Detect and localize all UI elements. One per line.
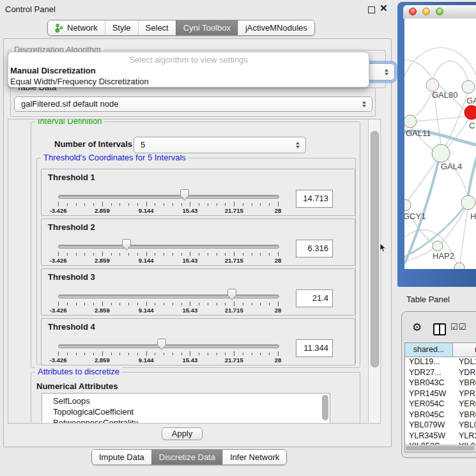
tab-style[interactable]: Style — [105, 20, 138, 35]
network-node[interactable] — [454, 263, 464, 269]
slider-tick — [181, 253, 182, 256]
split-view-icon[interactable] — [433, 323, 446, 335]
slider-thumb[interactable] — [157, 338, 167, 351]
table-cell: YER054C — [405, 399, 453, 410]
slider-track[interactable] — [58, 195, 279, 199]
slider-tick-label: 9.144 — [139, 207, 154, 214]
threshold-value-field[interactable]: 11.344 — [296, 339, 333, 357]
network-node-label: HAP2 — [433, 251, 454, 261]
threshold-label: Threshold 4 — [48, 322, 95, 332]
attribute-item[interactable]: BetweennessCentrality — [42, 417, 330, 424]
slider-tick — [234, 252, 234, 256]
table-row[interactable]: YER054CYER0 — [405, 399, 476, 410]
vertical-scrollbar-thumb[interactable] — [371, 131, 379, 367]
threshold-value-field[interactable]: 21.4 — [296, 289, 333, 307]
tab-infer-network[interactable]: Infer Network — [222, 450, 286, 464]
slider-tick — [269, 303, 270, 305]
slider-tick — [128, 203, 129, 206]
numerical-attributes-list[interactable]: SelfLoopsTopologicalCoefficientBetweenne… — [42, 393, 330, 424]
network-node-label: GCY1 — [404, 211, 426, 221]
slider-thumb[interactable] — [227, 288, 237, 301]
checkbox-icons[interactable]: ☑☑ — [450, 322, 466, 332]
network-edge — [460, 210, 468, 263]
slider-tick-label: 28 — [275, 357, 282, 364]
slider-tick — [225, 203, 226, 206]
table-row[interactable]: YBR045CYBR0 — [405, 410, 476, 420]
tab-cyni-toolbox[interactable]: Cyni Toolbox — [176, 20, 238, 35]
slider-tick — [111, 353, 112, 355]
slider-tick — [76, 203, 77, 206]
slider-tick-labels: -3.4262.8599.14415.4321.71528 — [42, 357, 355, 364]
slider-track[interactable] — [58, 295, 279, 298]
table-row[interactable]: YLR345WYLR3 — [405, 431, 476, 441]
network-node-gal80[interactable] — [426, 79, 439, 91]
table-row[interactable]: YBR043CYBR0 — [405, 378, 476, 388]
minimize-window-icon[interactable] — [422, 8, 430, 15]
float-window-icon[interactable] — [368, 6, 375, 13]
attribute-item[interactable]: TopologicalCoefficient — [42, 406, 330, 417]
network-node-h[interactable] — [461, 196, 475, 210]
slider-tick — [58, 351, 59, 356]
tab-jactivemnodules[interactable]: jActiveMNodules — [238, 20, 314, 35]
slider-tick — [119, 253, 120, 256]
table-column-header[interactable]: na — [453, 343, 476, 357]
slider-thumb[interactable] — [180, 188, 190, 201]
table-cell: YPR1 — [453, 388, 476, 399]
network-node-ga[interactable] — [462, 81, 475, 93]
algorithm-option[interactable]: Select algorithm to view settings — [8, 54, 369, 65]
close-window-icon[interactable] — [409, 8, 417, 15]
slider-tick — [164, 203, 164, 206]
slider-track[interactable] — [58, 245, 279, 249]
slider-tick — [164, 303, 164, 305]
network-node-c[interactable] — [464, 105, 476, 119]
number-of-intervals-label: Number of Intervals — [54, 139, 132, 149]
algorithm-option[interactable]: Manual Discretization — [8, 65, 369, 76]
attribute-item[interactable]: SelfLoops — [42, 395, 330, 406]
threshold-value-field[interactable]: 14.713 — [296, 190, 333, 208]
slider-tick — [190, 252, 190, 256]
slider-tick — [173, 203, 173, 206]
slider-tick-label: 21.715 — [225, 307, 243, 314]
table-column-header[interactable]: shared... — [405, 343, 453, 357]
horizontal-scrollbar[interactable] — [405, 445, 476, 452]
list-scrollbar-thumb[interactable] — [322, 395, 328, 420]
gear-icon[interactable]: ⚙ — [412, 321, 422, 334]
apply-button[interactable]: Apply — [162, 427, 203, 440]
slider-tick — [217, 353, 217, 355]
close-icon[interactable]: ✕ — [380, 3, 388, 14]
network-node-gal11[interactable] — [404, 115, 417, 128]
tab-network[interactable]: Network — [48, 20, 105, 35]
network-edge — [468, 155, 476, 196]
network-node-hap2[interactable] — [433, 241, 443, 251]
number-of-intervals-combobox[interactable]: 5 — [134, 137, 306, 153]
vertical-scrollbar[interactable] — [368, 119, 380, 423]
slider-tick — [173, 253, 173, 256]
algorithm-option[interactable]: Equal Width/Frequency Discretization — [8, 76, 369, 87]
tab-select[interactable]: Select — [138, 20, 176, 35]
slider-tick — [93, 353, 94, 355]
table-row[interactable]: YDL19...YDL1 — [405, 357, 476, 367]
slider-tick — [102, 302, 103, 306]
table-row[interactable]: YBL079WYBL0 — [405, 420, 476, 431]
slider-tick — [269, 253, 270, 256]
network-node-label: C — [469, 121, 475, 130]
network-node-gal4[interactable] — [432, 144, 450, 162]
table-data-combobox[interactable]: galFiltered.sif default node — [14, 96, 372, 112]
table-row[interactable]: YDR27...YDR2 — [405, 367, 476, 378]
tab-label: Network — [67, 23, 98, 33]
slider-thumb[interactable] — [121, 238, 132, 251]
network-window-titlebar[interactable] — [403, 5, 476, 19]
zoom-window-icon[interactable] — [436, 8, 443, 15]
network-canvas[interactable]: GAL80GACGAL11GAL4GCY1HHAP2 — [404, 19, 476, 269]
horizontal-scrollbar-thumb[interactable] — [406, 446, 475, 450]
table-row[interactable]: YPR145WYPR1 — [405, 388, 476, 399]
slider-tick — [278, 252, 279, 256]
tab-impute-data[interactable]: Impute Data — [92, 450, 151, 464]
network-node-gcy1[interactable] — [404, 199, 411, 211]
slider-tick — [93, 253, 94, 256]
slider-track[interactable] — [58, 344, 279, 348]
tab-discretize-data[interactable]: Discretize Data — [151, 450, 222, 464]
table-body: YDL19...YDL1YDR27...YDR2YBR043CYBR0YPR14… — [405, 357, 476, 445]
group-title-threshold-coordinates: Threshold's Coordinates for 5 Intervals — [41, 153, 188, 162]
threshold-value-field[interactable]: 6.316 — [296, 240, 333, 257]
